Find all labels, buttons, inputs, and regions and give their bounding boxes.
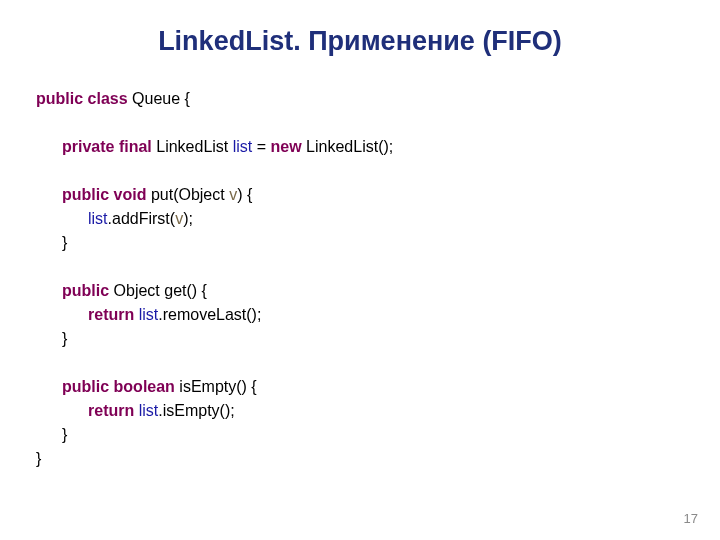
code-text: Object get() { — [109, 282, 207, 299]
code-line: list.addFirst(v); — [36, 207, 720, 231]
code-text: Queue { — [128, 90, 190, 107]
code-line: return list.isEmpty(); — [36, 399, 720, 423]
keyword: public class — [36, 90, 128, 107]
page-number: 17 — [684, 511, 698, 526]
keyword: new — [271, 138, 302, 155]
code-text: .removeLast(); — [158, 306, 261, 323]
code-line: return list.removeLast(); — [36, 303, 720, 327]
code-text: .addFirst( — [108, 210, 176, 227]
code-text: ) { — [237, 186, 252, 203]
code-line: public boolean isEmpty() { — [36, 375, 720, 399]
code-text: .isEmpty(); — [158, 402, 234, 419]
blank-line — [36, 111, 720, 135]
code-block: public class Queue { private final Linke… — [0, 57, 720, 471]
blank-line — [36, 351, 720, 375]
code-line: } — [36, 327, 720, 351]
code-line: public void put(Object v) { — [36, 183, 720, 207]
code-text: LinkedList(); — [302, 138, 394, 155]
keyword: public boolean — [62, 378, 175, 395]
field: list — [139, 306, 159, 323]
code-line: } — [36, 231, 720, 255]
code-text: put(Object — [146, 186, 229, 203]
keyword: public — [62, 282, 109, 299]
code-line: private final LinkedList list = new Link… — [36, 135, 720, 159]
keyword: public void — [62, 186, 146, 203]
code-text: = — [252, 138, 270, 155]
blank-line — [36, 159, 720, 183]
code-line: } — [36, 447, 720, 471]
code-text: ); — [183, 210, 193, 227]
field: list — [233, 138, 253, 155]
keyword: return — [88, 402, 134, 419]
code-line: } — [36, 423, 720, 447]
param: v — [175, 210, 183, 227]
code-line: public Object get() { — [36, 279, 720, 303]
code-line: public class Queue { — [36, 87, 720, 111]
field: list — [139, 402, 159, 419]
param: v — [229, 186, 237, 203]
keyword: private final — [62, 138, 152, 155]
slide-title: LinkedList. Применение (FIFO) — [0, 0, 720, 57]
code-text: LinkedList — [152, 138, 233, 155]
keyword: return — [88, 306, 134, 323]
field: list — [88, 210, 108, 227]
code-text: isEmpty() { — [175, 378, 257, 395]
blank-line — [36, 255, 720, 279]
